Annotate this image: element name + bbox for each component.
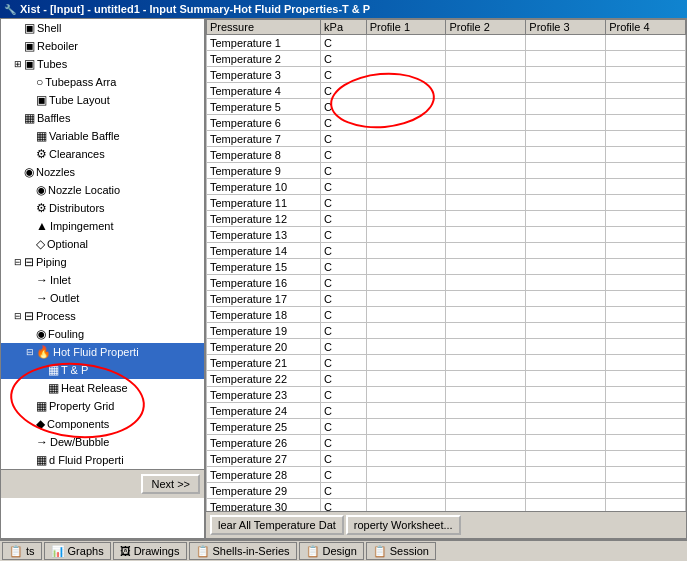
tree-item-process[interactable]: ⊟⊟Process (1, 307, 204, 325)
cell-29-profile-1[interactable] (366, 483, 446, 499)
cell-6-profile-4[interactable] (606, 115, 686, 131)
cell-8-profile-1[interactable] (366, 147, 446, 163)
cell-12-profile-1[interactable] (366, 211, 446, 227)
cell-14-profile-3[interactable] (526, 243, 606, 259)
cell-11-profile-3[interactable] (526, 195, 606, 211)
cell-5-profile-4[interactable] (606, 99, 686, 115)
cell-3-profile-4[interactable] (606, 67, 686, 83)
cell-29-profile-2[interactable] (446, 483, 526, 499)
cell-12-profile-4[interactable] (606, 211, 686, 227)
tree-item-tubes[interactable]: ⊞▣Tubes (1, 55, 204, 73)
cell-7-profile-1[interactable] (366, 131, 446, 147)
cell-3-profile-1[interactable] (366, 67, 446, 83)
cell-11-profile-1[interactable] (366, 195, 446, 211)
tree-item-nozzles[interactable]: ◉Nozzles (1, 163, 204, 181)
property-worksheet-button[interactable]: roperty Worksheet... (346, 515, 461, 535)
cell-18-profile-2[interactable] (446, 307, 526, 323)
tree-item-distributors[interactable]: ⚙Distributors (1, 199, 204, 217)
cell-19-profile-4[interactable] (606, 323, 686, 339)
cell-1-profile-3[interactable] (526, 35, 606, 51)
cell-23-profile-3[interactable] (526, 387, 606, 403)
cell-6-profile-3[interactable] (526, 115, 606, 131)
cell-21-profile-4[interactable] (606, 355, 686, 371)
cell-27-profile-1[interactable] (366, 451, 446, 467)
cell-15-profile-4[interactable] (606, 259, 686, 275)
cell-29-profile-4[interactable] (606, 483, 686, 499)
cell-30-profile-2[interactable] (446, 499, 526, 512)
cell-23-profile-4[interactable] (606, 387, 686, 403)
cell-12-profile-3[interactable] (526, 211, 606, 227)
tree-item-shell[interactable]: ▣Shell (1, 19, 204, 37)
cell-19-profile-1[interactable] (366, 323, 446, 339)
cell-10-profile-1[interactable] (366, 179, 446, 195)
cell-18-profile-4[interactable] (606, 307, 686, 323)
tree-expand-hotfluidproperties[interactable]: ⊟ (25, 344, 35, 360)
cell-27-profile-4[interactable] (606, 451, 686, 467)
cell-4-profile-4[interactable] (606, 83, 686, 99)
tree-item-inlet[interactable]: →Inlet (1, 271, 204, 289)
cell-15-profile-3[interactable] (526, 259, 606, 275)
cell-30-profile-1[interactable] (366, 499, 446, 512)
cell-24-profile-1[interactable] (366, 403, 446, 419)
cell-16-profile-1[interactable] (366, 275, 446, 291)
tree-item-fouling[interactable]: ◉Fouling (1, 325, 204, 343)
cell-1-profile-1[interactable] (366, 35, 446, 51)
cell-26-profile-4[interactable] (606, 435, 686, 451)
cell-19-profile-3[interactable] (526, 323, 606, 339)
tree-item-piping[interactable]: ⊟⊟Piping (1, 253, 204, 271)
cell-15-profile-1[interactable] (366, 259, 446, 275)
tree-item-components[interactable]: ◆Components (1, 415, 204, 433)
cell-16-profile-2[interactable] (446, 275, 526, 291)
cell-1-profile-4[interactable] (606, 35, 686, 51)
cell-8-profile-2[interactable] (446, 147, 526, 163)
cell-22-profile-3[interactable] (526, 371, 606, 387)
cell-13-profile-4[interactable] (606, 227, 686, 243)
tree-item-optional[interactable]: ◇Optional (1, 235, 204, 253)
cell-18-profile-1[interactable] (366, 307, 446, 323)
cell-22-profile-4[interactable] (606, 371, 686, 387)
cell-6-profile-2[interactable] (446, 115, 526, 131)
status-tab-graphs[interactable]: 📊Graphs (44, 542, 111, 560)
cell-3-profile-3[interactable] (526, 67, 606, 83)
cell-14-profile-4[interactable] (606, 243, 686, 259)
cell-27-profile-2[interactable] (446, 451, 526, 467)
cell-7-profile-4[interactable] (606, 131, 686, 147)
cell-21-profile-1[interactable] (366, 355, 446, 371)
cell-30-profile-4[interactable] (606, 499, 686, 512)
cell-6-profile-1[interactable] (366, 115, 446, 131)
tree-item-fluidproperties[interactable]: ▦d Fluid Properti (1, 451, 204, 469)
tree-item-reboiler[interactable]: ▣Reboiler (1, 37, 204, 55)
cell-10-profile-3[interactable] (526, 179, 606, 195)
cell-14-profile-1[interactable] (366, 243, 446, 259)
cell-26-profile-3[interactable] (526, 435, 606, 451)
cell-16-profile-3[interactable] (526, 275, 606, 291)
tree-item-outlet[interactable]: →Outlet (1, 289, 204, 307)
cell-7-profile-2[interactable] (446, 131, 526, 147)
cell-22-profile-2[interactable] (446, 371, 526, 387)
cell-17-profile-1[interactable] (366, 291, 446, 307)
tree-item-clearances[interactable]: ⚙Clearances (1, 145, 204, 163)
tree-item-tandp[interactable]: ▦T & P (1, 361, 204, 379)
cell-20-profile-1[interactable] (366, 339, 446, 355)
cell-11-profile-2[interactable] (446, 195, 526, 211)
cell-11-profile-4[interactable] (606, 195, 686, 211)
cell-5-profile-2[interactable] (446, 99, 526, 115)
cell-17-profile-2[interactable] (446, 291, 526, 307)
cell-28-profile-2[interactable] (446, 467, 526, 483)
cell-12-profile-2[interactable] (446, 211, 526, 227)
cell-8-profile-4[interactable] (606, 147, 686, 163)
cell-20-profile-4[interactable] (606, 339, 686, 355)
clear-all-button[interactable]: lear All Temperature Dat (210, 515, 344, 535)
cell-10-profile-2[interactable] (446, 179, 526, 195)
cell-7-profile-3[interactable] (526, 131, 606, 147)
cell-17-profile-4[interactable] (606, 291, 686, 307)
cell-14-profile-2[interactable] (446, 243, 526, 259)
tree-expand-tubes[interactable]: ⊞ (13, 56, 23, 72)
cell-26-profile-2[interactable] (446, 435, 526, 451)
cell-21-profile-2[interactable] (446, 355, 526, 371)
tree-item-heatrelease[interactable]: ▦Heat Release (1, 379, 204, 397)
tree-item-baffles[interactable]: ▦Baffles (1, 109, 204, 127)
tree-item-impingement[interactable]: ▲Impingement (1, 217, 204, 235)
cell-8-profile-3[interactable] (526, 147, 606, 163)
cell-20-profile-2[interactable] (446, 339, 526, 355)
